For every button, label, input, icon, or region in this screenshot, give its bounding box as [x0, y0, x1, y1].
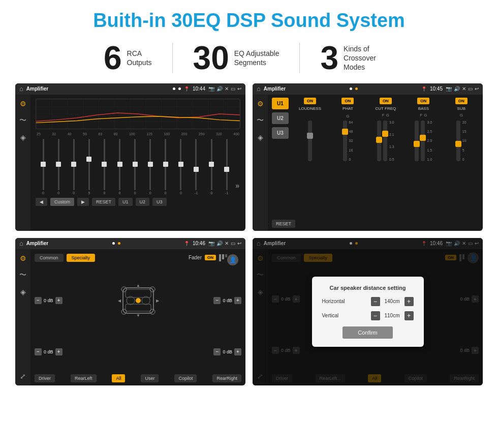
rect-icon-1: ▭ — [231, 86, 235, 92]
slider-3[interactable]: 0 — [67, 139, 80, 195]
specialty-tab[interactable]: Specialty — [67, 254, 96, 262]
u3-btn[interactable]: U3 — [152, 198, 167, 206]
copilot-btn[interactable]: Copilot — [174, 374, 197, 382]
dialog-horizontal-row: Horizontal − 140cm + — [322, 297, 414, 306]
common-tab[interactable]: Common — [35, 254, 64, 262]
crossover-screen: ⌂ Amplifier 📍 10:45 📷 🔊 ✕ ▭ ↩ ⚙ 〜 — [253, 83, 483, 231]
bottom-right-plus[interactable]: + — [234, 348, 241, 355]
slider-5[interactable]: 0 — [98, 139, 111, 195]
eq-side-icon-3[interactable]: ⚙ — [20, 254, 26, 262]
cutfreq-on-btn[interactable]: ON — [380, 98, 392, 104]
slider-1[interactable]: 0 — [37, 139, 50, 195]
u2-btn[interactable]: U2 — [136, 198, 150, 206]
wave-icon[interactable]: 〜 — [19, 116, 26, 125]
bottom-left-plus[interactable]: + — [55, 348, 63, 355]
stat-rca-number: 6 — [104, 42, 122, 74]
expand-side-icon-3[interactable]: ⤢ — [20, 372, 26, 380]
wave-side-icon-3[interactable]: 〜 — [19, 271, 26, 280]
car-diagram-svg: ▲ ▼ ◀ ▶ — [113, 280, 164, 321]
status-bar-1: ⌂ Amplifier 📍 10:44 📷 🔊 ✕ ▭ ↩ — [15, 83, 245, 95]
horizontal-plus-btn[interactable]: + — [404, 297, 414, 306]
speaker-icon[interactable]: ◈ — [20, 133, 26, 141]
user-btn[interactable]: User — [141, 374, 159, 382]
rearright-btn[interactable]: RearRight — [212, 374, 241, 382]
back-icon-2: ↩ — [475, 86, 479, 92]
dialog-vertical-row: Vertical − 110cm + — [322, 311, 414, 320]
reset-btn[interactable]: RESET — [92, 198, 115, 206]
u2-crossover-btn[interactable]: U2 — [272, 112, 289, 124]
eq-expand-icon[interactable]: » — [235, 182, 239, 195]
vertical-value: 110cm — [382, 313, 402, 318]
slider-13[interactable]: -1 — [220, 139, 233, 195]
fader-bottom-controls: Driver RearLeft All User Copilot RearRig… — [35, 374, 241, 382]
u1-crossover-btn[interactable]: U1 — [272, 98, 289, 109]
wave-side-icon-2[interactable]: 〜 — [257, 116, 264, 125]
fader-content: ⚙ 〜 ◈ ⤢ Common Specialty Fader ON — [15, 249, 245, 385]
phat-slider-g[interactable] — [343, 121, 347, 161]
top-right-plus[interactable]: + — [234, 297, 241, 304]
horizontal-minus-btn[interactable]: − — [371, 297, 380, 306]
stat-eq-number: 30 — [193, 42, 229, 74]
eq-screen: ⌂ Amplifier 📍 10:44 📷 🔊 ✕ ▭ ↩ ⚙ 〜 — [15, 83, 245, 231]
slider-6[interactable]: 0 — [113, 139, 126, 195]
custom-preset-btn[interactable]: Custom — [50, 198, 74, 206]
sub-on-btn[interactable]: ON — [455, 98, 468, 104]
crossover-top: U1 U2 U3 ON LOUDNESS — [272, 98, 479, 161]
top-left-minus[interactable]: − — [35, 297, 42, 304]
stat-crossover-number: 3 — [320, 42, 338, 74]
slider-4[interactable]: 5 — [82, 139, 96, 195]
top-right-minus[interactable]: − — [213, 297, 221, 304]
freq-40: 40 — [68, 132, 72, 136]
cutfreq-slider-g[interactable] — [383, 121, 387, 161]
u3-crossover-btn[interactable]: U3 — [272, 127, 289, 139]
phat-on-btn[interactable]: ON — [341, 98, 354, 104]
location-icon-1: 📍 — [184, 86, 190, 92]
top-left-plus[interactable]: + — [55, 297, 63, 304]
freq-25: 25 — [37, 132, 41, 136]
home-icon-3: ⌂ — [19, 240, 23, 247]
loudness-slider[interactable] — [308, 121, 312, 161]
bass-on-btn[interactable]: ON — [417, 98, 429, 104]
bass-slider-f[interactable] — [415, 121, 419, 161]
time-2: 10:45 — [430, 86, 443, 92]
confirm-button[interactable]: Confirm — [343, 326, 393, 339]
bottom-left-minus[interactable]: − — [35, 348, 42, 355]
cutfreq-label: CUT FREQ — [376, 106, 396, 111]
eq-icon[interactable]: ⚙ — [20, 100, 26, 108]
next-preset-btn[interactable]: ▶ — [77, 198, 89, 206]
fader-side-icons: ⚙ 〜 ◈ ⤢ — [15, 249, 30, 385]
freq-320: 320 — [216, 132, 222, 136]
crossover-side-icons: ⚙ 〜 ◈ — [253, 95, 268, 231]
slider-8[interactable]: 0 — [144, 139, 157, 195]
bottom-db-row: − 0 dB + − 0 dB + — [35, 348, 241, 355]
vertical-plus-btn[interactable]: + — [404, 311, 414, 320]
slider-7[interactable]: 0 — [129, 139, 142, 195]
page-container: Buith-in 30EQ DSP Sound System 6 RCAOutp… — [0, 0, 498, 448]
fader-screen: ⌂ Amplifier 📍 10:46 📷 🔊 ✕ ▭ ↩ ⚙ 〜 — [15, 238, 245, 385]
bass-slider-g[interactable] — [421, 121, 425, 161]
fader-main: Common Specialty Fader ON 👤 — [30, 249, 245, 385]
crossover-reset-btn[interactable]: RESET — [272, 220, 295, 228]
bottom-right-value: 0 dB — [223, 349, 232, 354]
slider-2[interactable]: 0 — [52, 139, 65, 195]
u1-btn[interactable]: U1 — [118, 198, 133, 206]
slider-9[interactable]: 0 — [159, 139, 172, 195]
vertical-minus-btn[interactable]: − — [371, 311, 380, 320]
slider-10[interactable]: 0 — [174, 139, 188, 195]
speaker-side-icon-2[interactable]: ◈ — [258, 133, 263, 141]
eq-side-icon-2[interactable]: ⚙ — [257, 100, 264, 108]
all-btn[interactable]: All — [112, 374, 125, 382]
bottom-left-value: 0 dB — [44, 349, 53, 354]
prev-preset-btn[interactable]: ◀ — [36, 198, 47, 206]
rearleft-btn[interactable]: RearLeft — [71, 374, 97, 382]
driver-btn[interactable]: Driver — [35, 374, 55, 382]
sub-slider-g[interactable] — [456, 121, 460, 161]
bottom-right-minus[interactable]: − — [213, 348, 221, 355]
slider-12[interactable]: 0 — [205, 139, 218, 195]
cutfreq-slider-f[interactable] — [377, 121, 381, 161]
profile-icon-3[interactable]: 👤 — [227, 254, 238, 265]
app-name-1: Amplifier — [26, 86, 48, 92]
loudness-on-btn[interactable]: ON — [304, 98, 316, 104]
speaker-side-icon-3[interactable]: ◈ — [20, 288, 26, 296]
slider-11[interactable]: -1 — [190, 139, 203, 195]
